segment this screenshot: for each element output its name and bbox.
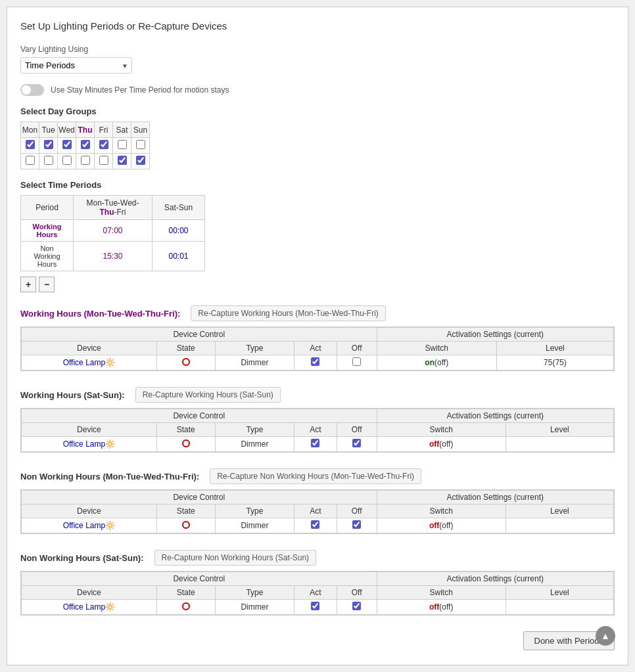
device-type-4: Dimmer [215,600,294,615]
col-switch-4: Switch [377,586,506,600]
activation-header-1: Activation Settings (current) [377,328,613,342]
stay-minutes-toggle[interactable] [20,84,44,96]
remove-period-button[interactable]: − [39,277,55,292]
device-control-table-4: Device Control Activation Settings (curr… [21,571,614,615]
recapture-working-mon-fri-button[interactable]: Re-Capture Working Hours (Mon-Tue-Wed-Th… [191,305,386,321]
device-level-2 [506,437,613,452]
table-row: Office Lamp🔆 Dimmer on(off) 75(75) [22,355,614,370]
device-state-1 [156,355,215,370]
day-group-row1-tue[interactable] [44,140,53,149]
col-type-1: Type [215,342,294,355]
day-group-row1-sat[interactable] [118,140,127,149]
device-control-table-3: Device Control Activation Settings (curr… [21,490,614,533]
recapture-working-sat-sun-button[interactable]: Re-Capture Working Hours (Sat-Sun) [135,387,281,403]
day-sat: Sat [113,122,131,138]
period-working-mon-fri-title: Working Hours (Mon-Tue-Wed-Thu-Fri): [20,309,180,319]
col-level-4: Level [506,586,613,600]
day-group-row1-fri[interactable] [99,140,108,149]
period-non-working-sat-sun-time[interactable]: 00:01 [153,242,205,271]
period-working-mon-fri-time[interactable]: 07:00 [74,220,153,242]
day-group-row2-thu[interactable] [81,156,90,165]
table-row: Office Lamp🔆 Dimmer off(off) [22,437,614,452]
device-off-3[interactable] [337,518,377,533]
device-act-1[interactable] [294,355,337,370]
period-non-working-mon-fri-section: Non Working Hours (Mon-Tue-Wed-Thu-Fri):… [20,468,615,534]
device-control-header-3: Device Control [22,491,377,504]
col-state-2: State [156,423,215,437]
day-group-row2-sat[interactable] [118,156,127,165]
device-control-header-2: Device Control [22,409,377,423]
recapture-non-working-sat-sun-button[interactable]: Re-Capture Non Working Hours (Sat-Sun) [154,550,317,566]
device-off-2[interactable] [337,437,377,452]
done-btn-container: Done with Periods [20,631,615,657]
main-panel: Set Up Lighting Periods or Re-Capture De… [7,7,628,665]
period-working-mon-fri-header: Working Hours (Mon-Tue-Wed-Thu-Fri): Re-… [20,305,615,321]
period-non-working-mon-fri-time[interactable]: 15:30 [74,242,153,271]
add-period-button[interactable]: + [20,277,36,292]
device-name-2[interactable]: Office Lamp🔆 [22,437,157,452]
period-non-working-mon-fri-title: Non Working Hours (Mon-Tue-Wed-Thu-Fri): [20,472,199,482]
day-groups-table: Mon Tue Wed Thu Fri Sat Sun [20,122,150,169]
device-control-table-1: Device Control Activation Settings (curr… [21,327,614,370]
period-working-sat-sun-section: Working Hours (Sat-Sun): Re-Capture Work… [20,387,615,453]
day-group-row2-mon[interactable] [26,156,35,165]
day-group-row2-sun[interactable] [136,156,145,165]
col-device-2: Device [22,423,157,437]
day-mon: Mon [21,122,39,138]
col-act-2: Act [294,423,337,437]
table-row: Office Lamp🔆 Dimmer off(off) [22,600,614,615]
add-remove-row: + − [20,277,615,292]
col-level-1: Level [496,342,613,355]
time-periods-table: Period Mon-Tue-Wed-Thu-Fri Sat-Sun Worki… [20,195,205,271]
period-non-working-sat-sun-section: Non Working Hours (Sat-Sun): Re-Capture … [20,550,615,616]
day-group-row2-wed[interactable] [62,156,72,165]
device-table-non-working-mon-fri: Device Control Activation Settings (curr… [20,489,615,534]
device-switch-4: off(off) [377,600,506,615]
day-tue: Tue [39,122,58,138]
device-name-1[interactable]: Office Lamp🔆 [22,355,157,370]
scroll-to-top-button[interactable]: ▲ [596,626,615,646]
day-fri: Fri [95,122,113,138]
device-table-non-working-sat-sun: Device Control Activation Settings (curr… [20,571,615,616]
day-group-row1-thu[interactable] [81,140,90,149]
col-switch-2: Switch [377,423,506,437]
col-sat-sun: Sat-Sun [153,196,205,220]
device-control-header-4: Device Control [22,572,377,586]
period-non-working-sat-sun-title: Non Working Hours (Sat-Sun): [20,553,144,563]
day-group-row2-fri[interactable] [99,156,108,165]
device-control-header-1: Device Control [22,328,377,342]
state-circle-icon [182,602,190,610]
col-off-1: Off [337,342,377,355]
day-group-row1-wed[interactable] [62,140,72,149]
device-act-4[interactable] [294,600,337,615]
device-name-3[interactable]: Office Lamp🔆 [22,518,157,533]
device-off-1[interactable] [337,355,377,370]
device-name-4[interactable]: Office Lamp🔆 [22,600,157,615]
day-group-row2-tue[interactable] [44,156,53,165]
day-group-row1-mon[interactable] [26,140,35,149]
device-act-2[interactable] [294,437,337,452]
device-act-3[interactable] [294,518,337,533]
col-off-4: Off [337,586,377,600]
device-switch-1: on(off) [377,355,496,370]
recapture-non-working-mon-fri-button[interactable]: Re-Capture Non Working Hours (Mon-Tue-We… [210,468,421,484]
period-working-sat-sun-header: Working Hours (Sat-Sun): Re-Capture Work… [20,387,615,403]
device-level-3 [506,518,613,533]
col-state-4: State [156,586,215,600]
vary-lighting-label: Vary Lighting Using [20,45,615,54]
vary-lighting-dropdown[interactable]: Time Periods Motion Only Time and Motion [20,57,132,74]
device-table-working-sat-sun: Device Control Activation Settings (curr… [20,408,615,453]
state-circle-icon [182,521,190,529]
device-table-working-mon-fri: Device Control Activation Settings (curr… [20,326,615,371]
state-circle-icon [182,358,190,366]
col-mon-fri: Mon-Tue-Wed-Thu-Fri [74,196,153,220]
period-working-sat-sun-title: Working Hours (Sat-Sun): [20,390,125,400]
col-act-1: Act [294,342,337,355]
day-group-row1-sun[interactable] [136,140,145,149]
day-sun: Sun [131,122,150,138]
period-non-working-mon-fri-header: Non Working Hours (Mon-Tue-Wed-Thu-Fri):… [20,468,615,484]
period-non-working-label: NonWorkingHours [21,242,74,271]
period-working-sat-sun-time[interactable]: 00:00 [153,220,205,242]
device-state-3 [156,518,215,533]
device-off-4[interactable] [337,600,377,615]
